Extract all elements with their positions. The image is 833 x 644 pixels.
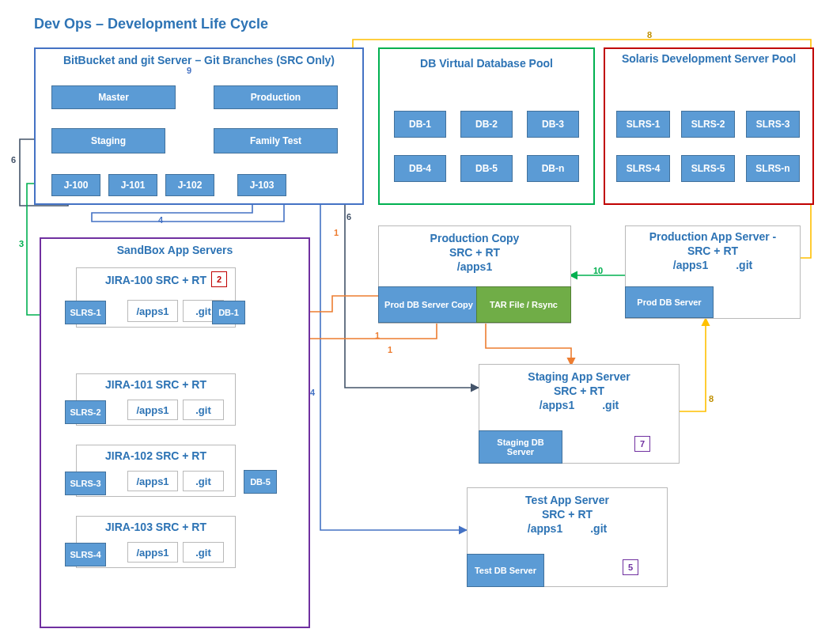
prodapp-title-l1: Production App Server - [649, 230, 777, 243]
pool-sandbox: SandBox App Servers JIRA-100 SRC + RT /a… [40, 237, 310, 628]
staging-apps: /apps1 [540, 399, 574, 411]
staging-title: Staging App Server SRC + RT /apps1 .git [479, 369, 679, 413]
sandbox-j102-db: DB-5 [244, 470, 277, 494]
sandbox-j102-slrs: SLRS-3 [65, 472, 106, 495]
sandbox-j101-git: .git [183, 400, 224, 420]
pool-db: DB Virtual Database Pool DB-1 DB-2 DB-3 … [378, 47, 595, 205]
test-badge: 5 [623, 559, 638, 575]
db-2: DB-2 [460, 111, 513, 138]
slrs-2: SLRS-2 [681, 111, 735, 138]
prodapp-db: Prod DB Server [625, 286, 714, 318]
edge-1a: 1 [334, 228, 339, 237]
sandbox-j102-apps: /apps1 [127, 471, 178, 491]
sandbox-j103-title: JIRA-103 SRC + RT [77, 520, 235, 534]
slrs-n: SLRS-n [746, 155, 800, 182]
staging-git: .git [602, 399, 619, 411]
db-3: DB-3 [527, 111, 579, 138]
pool-git-title: BitBucket and git Server – Git Branches … [36, 54, 362, 66]
sandbox-j103-slrs: SLRS-4 [65, 543, 106, 566]
prodapp-apps: /apps1 [673, 259, 708, 271]
db-4: DB-4 [394, 155, 446, 182]
sandbox-j100-slrs: SLRS-1 [65, 301, 106, 324]
edge-1c: 1 [388, 345, 392, 354]
test-git: .git [590, 522, 607, 535]
edge-8a: 8 [647, 30, 652, 40]
db-n: DB-n [527, 155, 579, 182]
prodcopy-tar: TAR File / Rsync [476, 286, 571, 323]
test-title-l1: Test App Server [525, 494, 609, 506]
sandbox-j101-slrs: SLRS-2 [65, 400, 106, 424]
edge-3: 3 [19, 239, 24, 248]
slrs-4: SLRS-4 [616, 155, 670, 182]
staging-title-l1: Staging App Server [528, 370, 630, 383]
edge-1b: 1 [375, 331, 380, 340]
prodcopy-title: Production Copy SRC + RT /apps1 [379, 231, 570, 275]
prodcopy-title-l1: Production Copy [430, 232, 520, 244]
branch-j101: J-101 [108, 174, 157, 196]
pool-git: BitBucket and git Server – Git Branches … [34, 47, 364, 205]
pool-sandbox-title: SandBox App Servers [41, 244, 309, 256]
sandbox-j102-title: JIRA-102 SRC + RT [77, 449, 235, 463]
test-title: Test App Server SRC + RT /apps1 .git [468, 493, 667, 536]
sandbox-j100-apps: /apps1 [127, 300, 178, 322]
staging-title-l2: SRC + RT [554, 385, 604, 397]
page-title: Dev Ops – Development Life Cycle [34, 16, 268, 32]
edge-9: 9 [187, 66, 191, 75]
branch-production: Production [214, 85, 338, 109]
test-apps: /apps1 [528, 522, 562, 535]
pool-solaris: Solaris Development Server Pool SLRS-1 S… [604, 47, 814, 205]
slrs-5: SLRS-5 [681, 155, 735, 182]
branch-j102: J-102 [165, 174, 214, 196]
test-title-l2: SRC + RT [542, 508, 593, 521]
staging-db: Staging DB Server [479, 430, 562, 464]
edge-6b: 6 [346, 212, 351, 222]
edge-4b: 4 [310, 388, 315, 397]
prodcopy-title-l2: SRC + RT [449, 246, 500, 259]
prodcopy-db: Prod DB Server Copy [378, 286, 479, 323]
db-5: DB-5 [460, 155, 513, 182]
test-db: Test DB Server [467, 554, 544, 587]
sandbox-j103-apps: /apps1 [127, 542, 178, 563]
sandbox-j100-badge: 2 [211, 271, 227, 287]
sandbox-j100-db: DB-1 [212, 301, 245, 324]
sandbox-j101-title: JIRA-101 SRC + RT [77, 377, 235, 392]
db-1: DB-1 [394, 111, 446, 138]
prodapp-title-l2: SRC + RT [687, 244, 738, 257]
slrs-3: SLRS-3 [746, 111, 800, 138]
diagram-canvas: Dev Ops – Development Life Cycle BitBu [0, 0, 833, 644]
edge-6a: 6 [11, 155, 16, 165]
branch-j103: J-103 [237, 174, 286, 196]
staging-badge: 7 [634, 436, 650, 452]
edge-10: 10 [593, 266, 603, 275]
sandbox-j101-apps: /apps1 [127, 400, 178, 420]
branch-staging: Staging [51, 128, 165, 153]
sandbox-j102-git: .git [183, 471, 224, 491]
branch-j100: J-100 [51, 174, 100, 196]
slrs-1: SLRS-1 [616, 111, 670, 138]
pool-solaris-title: Solaris Development Server Pool [605, 52, 812, 65]
sandbox-j103-git: .git [183, 542, 224, 563]
prodcopy-title-l3: /apps1 [457, 260, 492, 273]
pool-db-title: DB Virtual Database Pool [380, 57, 593, 70]
prodapp-git: .git [736, 259, 752, 271]
branch-familytest: Family Test [214, 128, 338, 153]
edge-4a: 4 [158, 215, 163, 225]
prodapp-title: Production App Server - SRC + RT /apps1 … [626, 229, 800, 273]
branch-master: Master [51, 85, 176, 109]
edge-8b: 8 [709, 394, 714, 403]
